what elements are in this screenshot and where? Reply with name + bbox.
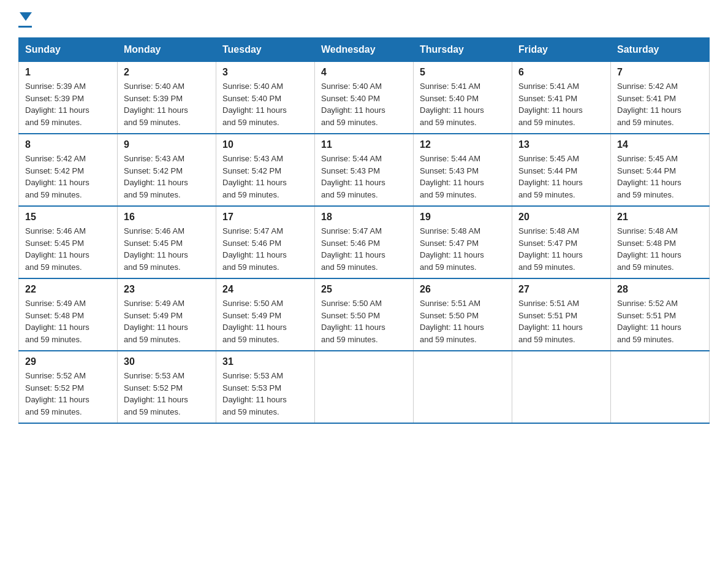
calendar-cell: 9 Sunrise: 5:43 AMSunset: 5:42 PMDayligh… bbox=[118, 134, 216, 206]
day-number: 13 bbox=[518, 139, 604, 150]
calendar-cell: 4 Sunrise: 5:40 AMSunset: 5:40 PMDayligh… bbox=[315, 62, 414, 134]
calendar-cell: 1 Sunrise: 5:39 AMSunset: 5:39 PMDayligh… bbox=[19, 62, 118, 134]
calendar-cell bbox=[512, 351, 611, 423]
calendar-cell: 19 Sunrise: 5:48 AMSunset: 5:47 PMDaylig… bbox=[414, 206, 512, 278]
header-cell-wednesday: Wednesday bbox=[315, 38, 414, 62]
cell-info: Sunrise: 5:43 AMSunset: 5:42 PMDaylight:… bbox=[222, 154, 287, 199]
calendar-cell: 20 Sunrise: 5:48 AMSunset: 5:47 PMDaylig… bbox=[512, 206, 611, 278]
cell-info: Sunrise: 5:46 AMSunset: 5:45 PMDaylight:… bbox=[25, 226, 89, 272]
cell-info: Sunrise: 5:47 AMSunset: 5:46 PMDaylight:… bbox=[222, 226, 287, 272]
day-number: 6 bbox=[518, 67, 604, 78]
day-number: 14 bbox=[617, 139, 703, 150]
cell-info: Sunrise: 5:41 AMSunset: 5:41 PMDaylight:… bbox=[518, 82, 583, 127]
cell-info: Sunrise: 5:52 AMSunset: 5:51 PMDaylight:… bbox=[617, 299, 681, 344]
cell-info: Sunrise: 5:40 AMSunset: 5:40 PMDaylight:… bbox=[222, 82, 287, 127]
calendar-cell bbox=[414, 351, 512, 423]
calendar-cell: 21 Sunrise: 5:48 AMSunset: 5:48 PMDaylig… bbox=[611, 206, 710, 278]
header-cell-monday: Monday bbox=[118, 38, 216, 62]
calendar-cell: 23 Sunrise: 5:49 AMSunset: 5:49 PMDaylig… bbox=[118, 278, 216, 351]
day-number: 30 bbox=[124, 356, 210, 367]
cell-info: Sunrise: 5:51 AMSunset: 5:51 PMDaylight:… bbox=[518, 299, 583, 344]
calendar-cell: 11 Sunrise: 5:44 AMSunset: 5:43 PMDaylig… bbox=[315, 134, 414, 206]
cell-info: Sunrise: 5:49 AMSunset: 5:48 PMDaylight:… bbox=[25, 299, 89, 344]
cell-info: Sunrise: 5:46 AMSunset: 5:45 PMDaylight:… bbox=[124, 226, 188, 272]
cell-info: Sunrise: 5:45 AMSunset: 5:44 PMDaylight:… bbox=[617, 154, 681, 199]
calendar-cell: 18 Sunrise: 5:47 AMSunset: 5:46 PMDaylig… bbox=[315, 206, 414, 278]
day-number: 23 bbox=[124, 284, 210, 295]
calendar-cell: 31 Sunrise: 5:53 AMSunset: 5:53 PMDaylig… bbox=[216, 351, 315, 423]
logo-line bbox=[18, 26, 32, 28]
day-number: 18 bbox=[321, 212, 407, 223]
calendar-header: SundayMondayTuesdayWednesdayThursdayFrid… bbox=[19, 38, 710, 62]
day-number: 24 bbox=[222, 284, 308, 295]
logo-triangle-icon bbox=[20, 12, 32, 21]
cell-info: Sunrise: 5:53 AMSunset: 5:52 PMDaylight:… bbox=[124, 371, 188, 416]
week-row-2: 8 Sunrise: 5:42 AMSunset: 5:42 PMDayligh… bbox=[19, 134, 710, 206]
cell-info: Sunrise: 5:45 AMSunset: 5:44 PMDaylight:… bbox=[518, 154, 583, 199]
day-number: 9 bbox=[124, 139, 210, 150]
day-number: 22 bbox=[25, 284, 111, 295]
day-number: 28 bbox=[617, 284, 703, 295]
cell-info: Sunrise: 5:39 AMSunset: 5:39 PMDaylight:… bbox=[25, 82, 89, 127]
calendar-cell: 6 Sunrise: 5:41 AMSunset: 5:41 PMDayligh… bbox=[512, 62, 611, 134]
week-row-5: 29 Sunrise: 5:52 AMSunset: 5:52 PMDaylig… bbox=[19, 351, 710, 423]
calendar-cell: 7 Sunrise: 5:42 AMSunset: 5:41 PMDayligh… bbox=[611, 62, 710, 134]
week-row-1: 1 Sunrise: 5:39 AMSunset: 5:39 PMDayligh… bbox=[19, 62, 710, 134]
day-number: 4 bbox=[321, 67, 407, 78]
calendar-cell: 25 Sunrise: 5:50 AMSunset: 5:50 PMDaylig… bbox=[315, 278, 414, 351]
header-cell-sunday: Sunday bbox=[19, 38, 118, 62]
day-number: 31 bbox=[222, 356, 308, 367]
header-row: SundayMondayTuesdayWednesdayThursdayFrid… bbox=[19, 38, 710, 62]
calendar-cell: 2 Sunrise: 5:40 AMSunset: 5:39 PMDayligh… bbox=[118, 62, 216, 134]
day-number: 19 bbox=[420, 212, 506, 223]
cell-info: Sunrise: 5:51 AMSunset: 5:50 PMDaylight:… bbox=[420, 299, 484, 344]
cell-info: Sunrise: 5:53 AMSunset: 5:53 PMDaylight:… bbox=[222, 371, 287, 416]
week-row-4: 22 Sunrise: 5:49 AMSunset: 5:48 PMDaylig… bbox=[19, 278, 710, 351]
day-number: 17 bbox=[222, 212, 308, 223]
header-cell-saturday: Saturday bbox=[611, 38, 710, 62]
day-number: 10 bbox=[222, 139, 308, 150]
day-number: 26 bbox=[420, 284, 506, 295]
day-number: 11 bbox=[321, 139, 407, 150]
cell-info: Sunrise: 5:40 AMSunset: 5:39 PMDaylight:… bbox=[124, 82, 188, 127]
calendar-cell: 26 Sunrise: 5:51 AMSunset: 5:50 PMDaylig… bbox=[414, 278, 512, 351]
calendar-cell: 30 Sunrise: 5:53 AMSunset: 5:52 PMDaylig… bbox=[118, 351, 216, 423]
day-number: 15 bbox=[25, 212, 111, 223]
day-number: 29 bbox=[25, 356, 111, 367]
cell-info: Sunrise: 5:41 AMSunset: 5:40 PMDaylight:… bbox=[420, 82, 484, 127]
cell-info: Sunrise: 5:49 AMSunset: 5:49 PMDaylight:… bbox=[124, 299, 188, 344]
calendar-cell: 14 Sunrise: 5:45 AMSunset: 5:44 PMDaylig… bbox=[611, 134, 710, 206]
day-number: 21 bbox=[617, 212, 703, 223]
calendar-cell: 5 Sunrise: 5:41 AMSunset: 5:40 PMDayligh… bbox=[414, 62, 512, 134]
page-header bbox=[18, 15, 710, 28]
day-number: 7 bbox=[617, 67, 703, 78]
cell-info: Sunrise: 5:43 AMSunset: 5:42 PMDaylight:… bbox=[124, 154, 188, 199]
calendar-cell: 10 Sunrise: 5:43 AMSunset: 5:42 PMDaylig… bbox=[216, 134, 315, 206]
cell-info: Sunrise: 5:42 AMSunset: 5:42 PMDaylight:… bbox=[25, 154, 89, 199]
day-number: 5 bbox=[420, 67, 506, 78]
calendar-cell: 22 Sunrise: 5:49 AMSunset: 5:48 PMDaylig… bbox=[19, 278, 118, 351]
calendar-cell bbox=[611, 351, 710, 423]
cell-info: Sunrise: 5:44 AMSunset: 5:43 PMDaylight:… bbox=[321, 154, 385, 199]
cell-info: Sunrise: 5:42 AMSunset: 5:41 PMDaylight:… bbox=[617, 82, 681, 127]
day-number: 3 bbox=[222, 67, 308, 78]
calendar-cell: 17 Sunrise: 5:47 AMSunset: 5:46 PMDaylig… bbox=[216, 206, 315, 278]
calendar-cell: 3 Sunrise: 5:40 AMSunset: 5:40 PMDayligh… bbox=[216, 62, 315, 134]
day-number: 2 bbox=[124, 67, 210, 78]
cell-info: Sunrise: 5:48 AMSunset: 5:47 PMDaylight:… bbox=[420, 226, 484, 272]
cell-info: Sunrise: 5:40 AMSunset: 5:40 PMDaylight:… bbox=[321, 82, 385, 127]
week-row-3: 15 Sunrise: 5:46 AMSunset: 5:45 PMDaylig… bbox=[19, 206, 710, 278]
cell-info: Sunrise: 5:47 AMSunset: 5:46 PMDaylight:… bbox=[321, 226, 385, 272]
logo bbox=[18, 15, 32, 28]
cell-info: Sunrise: 5:50 AMSunset: 5:50 PMDaylight:… bbox=[321, 299, 385, 344]
calendar-cell: 12 Sunrise: 5:44 AMSunset: 5:43 PMDaylig… bbox=[414, 134, 512, 206]
header-cell-friday: Friday bbox=[512, 38, 611, 62]
cell-info: Sunrise: 5:52 AMSunset: 5:52 PMDaylight:… bbox=[25, 371, 89, 416]
calendar-cell: 16 Sunrise: 5:46 AMSunset: 5:45 PMDaylig… bbox=[118, 206, 216, 278]
calendar-cell: 15 Sunrise: 5:46 AMSunset: 5:45 PMDaylig… bbox=[19, 206, 118, 278]
calendar-cell: 28 Sunrise: 5:52 AMSunset: 5:51 PMDaylig… bbox=[611, 278, 710, 351]
day-number: 16 bbox=[124, 212, 210, 223]
calendar-cell bbox=[315, 351, 414, 423]
calendar-cell: 13 Sunrise: 5:45 AMSunset: 5:44 PMDaylig… bbox=[512, 134, 611, 206]
header-cell-thursday: Thursday bbox=[414, 38, 512, 62]
